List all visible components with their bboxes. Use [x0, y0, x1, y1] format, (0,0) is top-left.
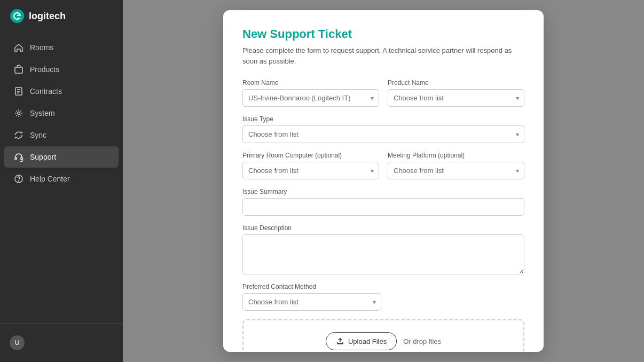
form-group-issue-description: Issue Description	[242, 224, 524, 274]
file-icon	[14, 86, 23, 96]
sidebar-item-rooms[interactable]: Rooms	[4, 37, 119, 58]
logo-area: logitech	[0, 0, 123, 32]
sidebar-item-contracts[interactable]: Contracts	[4, 81, 119, 102]
form-group-issue-type: Issue Type Choose from list	[242, 115, 524, 143]
sidebar-label-products: Products	[30, 65, 59, 74]
new-support-ticket-modal: New Support Ticket Please complete the f…	[223, 10, 544, 352]
room-name-select-wrapper: US-Irvine-Bonnaroo (Logitech IT)	[242, 89, 379, 107]
issue-summary-input[interactable]	[242, 198, 524, 216]
sidebar: logitech Rooms Products	[0, 0, 123, 362]
sidebar-label-rooms: Rooms	[30, 43, 53, 52]
svg-point-7	[19, 181, 19, 182]
preferred-contact-select-wrapper: Choose from list	[242, 293, 381, 311]
meeting-platform-label: Meeting Platform (optional)	[388, 152, 524, 159]
form-row-issue-description: Issue Description	[242, 224, 524, 274]
main-content: New Support Ticket Please complete the f…	[123, 0, 644, 362]
form-group-issue-summary: Issue Summary	[242, 188, 524, 216]
upload-icon	[336, 337, 344, 345]
form-group-meeting-platform: Meeting Platform (optional) Choose from …	[388, 152, 524, 179]
sync-icon	[14, 130, 23, 140]
user-row[interactable]: U	[0, 330, 123, 356]
modal-title: New Support Ticket	[242, 27, 524, 41]
preferred-contact-select[interactable]: Choose from list	[242, 293, 381, 311]
svg-point-3	[18, 112, 20, 115]
upload-files-button[interactable]: Upload Files	[326, 332, 397, 350]
sidebar-label-help: Help Center	[30, 175, 70, 183]
primary-room-select[interactable]: Choose from list	[242, 162, 379, 179]
primary-room-label: Primary Room Computer (optional)	[242, 152, 379, 159]
svg-rect-5	[21, 158, 22, 160]
form-group-contact-method: Preferred Contact Method Choose from lis…	[242, 283, 524, 311]
issue-description-label: Issue Description	[242, 224, 524, 232]
sidebar-nav: Rooms Products Contracts	[0, 32, 123, 323]
logitech-logo-icon	[10, 9, 25, 23]
issue-type-select[interactable]: Choose from list	[242, 125, 524, 143]
home-icon	[14, 43, 23, 52]
product-name-select[interactable]: Choose from list	[388, 89, 524, 107]
help-icon	[14, 174, 23, 184]
sidebar-item-help[interactable]: Help Center	[4, 168, 119, 190]
sidebar-item-sync[interactable]: Sync	[4, 124, 119, 146]
sidebar-item-support[interactable]: Support	[4, 146, 119, 168]
sidebar-item-products[interactable]: Products	[4, 59, 119, 80]
sidebar-label-support: Support	[30, 153, 56, 161]
avatar: U	[10, 335, 25, 350]
form-row-issue-type: Issue Type Choose from list	[242, 115, 524, 143]
meeting-platform-select[interactable]: Choose from list	[388, 162, 524, 179]
svg-rect-1	[15, 67, 22, 73]
sidebar-label-contracts: Contracts	[30, 87, 62, 96]
modal-subtitle: Please complete the form to request supp…	[242, 45, 524, 66]
form-row-issue-summary: Issue Summary	[242, 188, 524, 216]
upload-or-text: Or drop files	[403, 337, 441, 345]
preferred-contact-label: Preferred Contact Method	[242, 283, 524, 290]
box-icon	[14, 65, 23, 74]
form-row-room-product: Room Name US-Irvine-Bonnaroo (Logitech I…	[242, 79, 524, 107]
primary-room-select-wrapper: Choose from list	[242, 162, 379, 179]
svg-rect-4	[15, 158, 17, 160]
issue-description-textarea[interactable]	[242, 234, 524, 274]
form-group-primary-room: Primary Room Computer (optional) Choose …	[242, 152, 379, 179]
sidebar-label-sync: Sync	[30, 131, 46, 139]
sidebar-item-system[interactable]: System	[4, 103, 119, 124]
room-name-select[interactable]: US-Irvine-Bonnaroo (Logitech IT)	[242, 89, 379, 107]
headset-icon	[14, 152, 23, 162]
form-row-contact-method: Preferred Contact Method Choose from lis…	[242, 283, 524, 311]
modal-overlay[interactable]: New Support Ticket Please complete the f…	[123, 0, 644, 362]
room-name-label: Room Name	[242, 79, 379, 86]
issue-summary-label: Issue Summary	[242, 188, 524, 195]
settings-icon	[14, 108, 23, 118]
issue-type-label: Issue Type	[242, 115, 524, 123]
form-row-room-platform: Primary Room Computer (optional) Choose …	[242, 152, 524, 179]
form-group-room-name: Room Name US-Irvine-Bonnaroo (Logitech I…	[242, 79, 379, 107]
upload-area[interactable]: Upload Files Or drop files	[242, 319, 524, 352]
issue-type-select-wrapper: Choose from list	[242, 125, 524, 143]
sidebar-label-system: System	[30, 109, 55, 117]
meeting-platform-select-wrapper: Choose from list	[388, 162, 524, 179]
upload-btn-label: Upload Files	[348, 337, 387, 345]
product-name-select-wrapper: Choose from list	[388, 89, 524, 107]
product-name-label: Product Name	[388, 79, 524, 86]
logo-text: logitech	[29, 11, 66, 22]
sidebar-bottom: U	[0, 323, 123, 362]
form-group-product-name: Product Name Choose from list	[388, 79, 524, 107]
